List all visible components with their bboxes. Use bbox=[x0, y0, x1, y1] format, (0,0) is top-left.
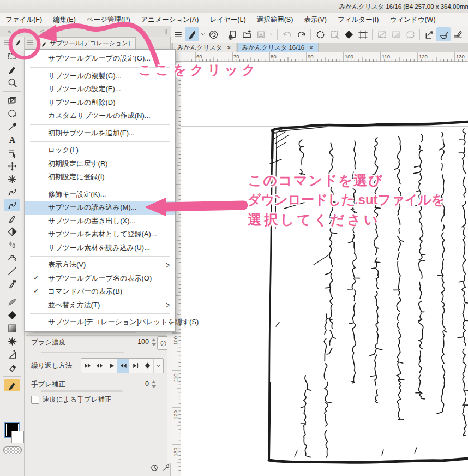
repeat-option-rep-back[interactable] bbox=[117, 359, 129, 373]
tool-line[interactable] bbox=[0, 264, 24, 277]
menubar-item-2[interactable]: ページ管理(P) bbox=[81, 13, 136, 25]
snap-grid-button[interactable] bbox=[451, 27, 465, 41]
stabilization-value[interactable]: 0 bbox=[134, 380, 149, 388]
dock-glyph-2[interactable]: « bbox=[29, 28, 33, 34]
panel-scrollbar[interactable] bbox=[167, 328, 172, 463]
brush-density-stepper[interactable] bbox=[152, 338, 157, 347]
repeat-option-rep-skip[interactable] bbox=[81, 359, 93, 373]
menubar-item-3[interactable]: アニメーション(A) bbox=[136, 13, 205, 25]
menubar-item-5[interactable]: 選択範囲(S) bbox=[251, 13, 299, 25]
context-menu-item-24[interactable]: サブツール[デコレーション]パレットを隠す(S) bbox=[25, 316, 175, 329]
tool-eyedropper[interactable] bbox=[0, 120, 24, 133]
pen-select-button[interactable] bbox=[185, 27, 199, 41]
repeat-option-rep-pingpong[interactable] bbox=[93, 359, 105, 373]
tool-zoom[interactable] bbox=[0, 76, 24, 89]
repeat-dropdown-button[interactable] bbox=[153, 359, 163, 373]
speed-stabilization-checkbox[interactable] bbox=[31, 396, 39, 404]
select-diagonal-button[interactable] bbox=[375, 27, 389, 41]
snap-special-button[interactable] bbox=[436, 27, 451, 41]
context-menu-item-17[interactable]: サブツール素材を読み込み(U)... bbox=[25, 241, 175, 255]
tool-decoration-a[interactable] bbox=[0, 186, 24, 199]
menu-button[interactable] bbox=[171, 27, 185, 41]
tool-figure[interactable] bbox=[0, 348, 24, 361]
tool-auto-select[interactable] bbox=[0, 107, 24, 120]
subtool-palette-tab[interactable]: サブツール[デコレーション] bbox=[37, 37, 136, 49]
context-menu-item-19[interactable]: 表示方法(V)> bbox=[25, 258, 175, 272]
menubar-item-6[interactable]: 表示(V) bbox=[298, 13, 332, 25]
tool-fill[interactable] bbox=[0, 308, 24, 322]
menubar-item-7[interactable]: フィルター(I) bbox=[332, 13, 384, 25]
tool-blend[interactable] bbox=[0, 238, 24, 251]
open-file-button[interactable] bbox=[239, 27, 254, 41]
tool-operation[interactable] bbox=[0, 146, 24, 159]
context-menu-item-4[interactable]: サブツールの削除(D) bbox=[25, 96, 175, 110]
subtool-palette-menu-button[interactable] bbox=[26, 39, 34, 46]
brush-density-value[interactable]: 100 bbox=[131, 338, 149, 346]
tool-gradient[interactable] bbox=[0, 322, 24, 335]
menubar-item-8[interactable]: ウィンドウ(W) bbox=[384, 13, 441, 25]
tool-kneaded-eraser[interactable] bbox=[0, 361, 24, 374]
save-button[interactable] bbox=[254, 27, 268, 41]
repeat-option-rep-diamond[interactable] bbox=[141, 359, 153, 373]
brush-density-slider[interactable] bbox=[41, 352, 124, 353]
tab-close-icon[interactable]: × bbox=[309, 45, 313, 51]
menubar-item-0[interactable]: ファイル(F) bbox=[0, 13, 47, 25]
new-page-button[interactable] bbox=[225, 27, 239, 41]
undo-button[interactable] bbox=[280, 27, 294, 41]
canvas[interactable] bbox=[181, 62, 468, 476]
context-menu-item-5[interactable]: カスタムサブツールの作成(N)... bbox=[25, 109, 175, 123]
fill-diamond-button[interactable] bbox=[341, 27, 356, 41]
tool-selection-marquee[interactable] bbox=[0, 50, 24, 63]
tab-close-icon[interactable]: × bbox=[227, 45, 230, 51]
repeat-option-rep-play[interactable] bbox=[105, 359, 117, 373]
settings-wrench-button[interactable] bbox=[161, 463, 171, 473]
dock-glyph-3[interactable]: < bbox=[40, 28, 44, 34]
dock-glyph-0[interactable]: « bbox=[8, 28, 11, 34]
stroke-preview-button[interactable] bbox=[149, 463, 159, 473]
redo-button[interactable] bbox=[294, 27, 308, 41]
tool-current-decoration-pen[interactable] bbox=[0, 379, 24, 392]
menubar-item-1[interactable]: 編集(E) bbox=[47, 13, 81, 25]
context-menu-item-13[interactable]: 修飾キー設定(K)... bbox=[25, 188, 175, 201]
context-menu-item-22[interactable]: 並べ替え方法(T)> bbox=[25, 299, 175, 312]
crop-frame-button[interactable] bbox=[356, 27, 370, 41]
context-menu-item-0[interactable]: サブツールグループの設定(G)... bbox=[25, 52, 175, 66]
tool-flag-pen[interactable] bbox=[0, 277, 24, 290]
select-triangle-button[interactable] bbox=[389, 27, 403, 41]
context-menu-item-7[interactable]: 初期サブツールを追加(F)... bbox=[25, 127, 175, 140]
transparent-color-swatch[interactable] bbox=[3, 446, 22, 454]
refresh-button[interactable] bbox=[313, 27, 327, 41]
tool-pattern-brush[interactable] bbox=[0, 335, 24, 348]
context-menu-item-15[interactable]: サブツールの書き出し(X)... bbox=[25, 215, 175, 228]
tool-palette-menu-button[interactable] bbox=[3, 39, 11, 46]
tool-fountain-pen[interactable] bbox=[0, 212, 24, 225]
select-rounded-button[interactable] bbox=[403, 27, 417, 41]
context-menu-item-20[interactable]: ✓サブツールグループ名の表示(O) bbox=[25, 272, 175, 285]
tool-eraser[interactable] bbox=[0, 225, 24, 238]
clip-spiral-button[interactable] bbox=[206, 27, 220, 41]
tool-figure-path[interactable] bbox=[0, 251, 24, 264]
tool-pen[interactable] bbox=[0, 63, 24, 76]
tool-wand[interactable] bbox=[0, 172, 24, 186]
context-menu-item-21[interactable]: ✓コマンドバーの表示(B) bbox=[25, 285, 175, 299]
document-tab-0[interactable]: みかんクリスタ× bbox=[172, 43, 236, 52]
menubar-item-4[interactable]: レイヤー(L) bbox=[204, 13, 251, 25]
context-menu-item-14[interactable]: サブツールの読み込み(M)... bbox=[25, 201, 175, 215]
context-menu-item-3[interactable]: サブツールの設定(E)... bbox=[25, 82, 175, 96]
repeat-option-rep-playbar[interactable] bbox=[129, 359, 141, 373]
context-menu-item-2[interactable]: サブツールの複製(C)... bbox=[25, 69, 175, 83]
context-menu-item-10[interactable]: 初期設定に戻す(R) bbox=[25, 157, 175, 171]
tool-text[interactable]: A bbox=[0, 133, 24, 146]
tool-frame-border[interactable] bbox=[0, 94, 24, 107]
document-tab-1[interactable]: みかんクリスタ 16/16× bbox=[237, 43, 319, 52]
tool-decoration-b[interactable] bbox=[0, 199, 24, 212]
context-menu-item-9[interactable]: ロック(L) bbox=[25, 144, 175, 157]
context-menu-item-11[interactable]: 初期設定に登録(I) bbox=[25, 170, 175, 184]
sub-color-swatch[interactable] bbox=[11, 431, 24, 443]
stabilization-stepper[interactable] bbox=[152, 380, 157, 389]
chevron-down-button[interactable] bbox=[268, 27, 275, 41]
stabilization-slider[interactable] bbox=[41, 390, 123, 392]
paste-frame-button[interactable] bbox=[327, 27, 341, 41]
snap-ruler-button[interactable] bbox=[422, 27, 436, 41]
chevron-down-button[interactable] bbox=[199, 27, 206, 41]
